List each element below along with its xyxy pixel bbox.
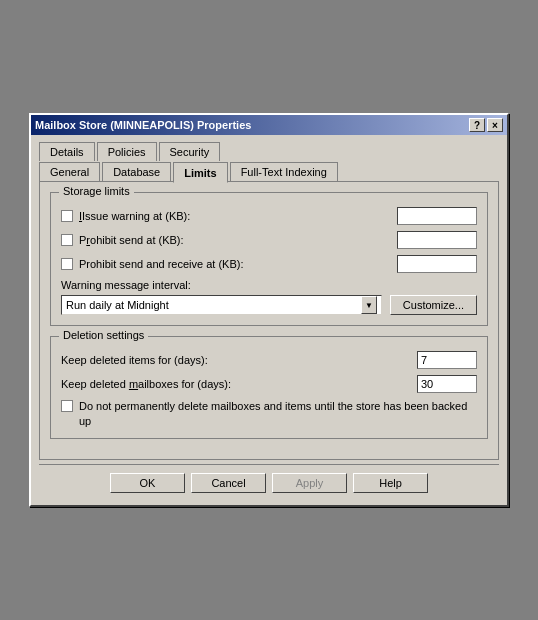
tab-panel-limits: Storage limits IIssue warning at (KB): P…	[39, 181, 499, 460]
bottom-buttons: OK Cancel Apply Help	[39, 464, 499, 497]
customize-button[interactable]: Customize...	[390, 295, 477, 315]
deletion-settings-group: Deletion settings Keep deleted items for…	[50, 336, 488, 439]
close-title-button[interactable]: ×	[487, 118, 503, 132]
tab-security[interactable]: Security	[159, 142, 221, 161]
tab-policies[interactable]: Policies	[97, 142, 157, 161]
tab-row-2: General Database Limits Full-Text Indexi…	[39, 161, 499, 182]
prohibit-send-checkbox[interactable]	[61, 234, 73, 246]
tab-row-1: Details Policies Security	[39, 141, 499, 160]
issue-warning-label: IIssue warning at (KB):	[79, 210, 391, 222]
help-button[interactable]: Help	[353, 473, 428, 493]
title-bar: Mailbox Store (MINNEAPOLIS) Properties ?…	[31, 115, 507, 135]
no-delete-checkbox-row: Do not permanently delete mailboxes and …	[61, 399, 477, 428]
tab-limits[interactable]: Limits	[173, 162, 227, 183]
prohibit-send-receive-checkbox[interactable]	[61, 258, 73, 270]
deletion-settings-label: Deletion settings	[59, 329, 148, 341]
tabs-wrapper: Details Policies Security General Databa…	[39, 141, 499, 182]
tab-fulltext[interactable]: Full-Text Indexing	[230, 162, 338, 183]
dropdown-arrow-icon[interactable]: ▼	[361, 296, 377, 314]
keep-mailboxes-input[interactable]	[417, 375, 477, 393]
ok-button[interactable]: OK	[110, 473, 185, 493]
issue-warning-row: IIssue warning at (KB):	[61, 207, 477, 225]
issue-warning-checkbox[interactable]	[61, 210, 73, 222]
dialog-window: Mailbox Store (MINNEAPOLIS) Properties ?…	[29, 113, 509, 507]
keep-items-label: Keep deleted items for (days):	[61, 354, 417, 366]
prohibit-send-receive-row: Prohibit send and receive at (KB):	[61, 255, 477, 273]
storage-limits-group: Storage limits IIssue warning at (KB): P…	[50, 192, 488, 326]
warning-interval-label: Warning message interval:	[61, 279, 477, 291]
tab-details[interactable]: Details	[39, 142, 95, 161]
warning-interval-dropdown[interactable]: Run daily at Midnight ▼	[61, 295, 382, 315]
prohibit-send-input[interactable]	[397, 231, 477, 249]
keep-items-row: Keep deleted items for (days):	[61, 351, 477, 369]
issue-warning-input[interactable]	[397, 207, 477, 225]
no-delete-label: Do not permanently delete mailboxes and …	[79, 399, 477, 428]
title-bar-buttons: ? ×	[469, 118, 503, 132]
storage-limits-label: Storage limits	[59, 185, 134, 197]
no-delete-checkbox[interactable]	[61, 400, 73, 412]
apply-button[interactable]: Apply	[272, 473, 347, 493]
dialog-body: Details Policies Security General Databa…	[31, 135, 507, 505]
dropdown-row: Run daily at Midnight ▼ Customize...	[61, 295, 477, 315]
tab-general[interactable]: General	[39, 162, 100, 183]
keep-mailboxes-row: Keep deleted mailboxes for (days):	[61, 375, 477, 393]
prohibit-send-receive-input[interactable]	[397, 255, 477, 273]
tab-database[interactable]: Database	[102, 162, 171, 183]
help-title-button[interactable]: ?	[469, 118, 485, 132]
prohibit-send-label: Prohibit send at (KB):	[79, 234, 391, 246]
cancel-button[interactable]: Cancel	[191, 473, 266, 493]
keep-items-input[interactable]	[417, 351, 477, 369]
title-text: Mailbox Store (MINNEAPOLIS) Properties	[35, 119, 251, 131]
keep-mailboxes-label: Keep deleted mailboxes for (days):	[61, 378, 417, 390]
prohibit-send-row: Prohibit send at (KB):	[61, 231, 477, 249]
prohibit-send-receive-label: Prohibit send and receive at (KB):	[79, 258, 391, 270]
